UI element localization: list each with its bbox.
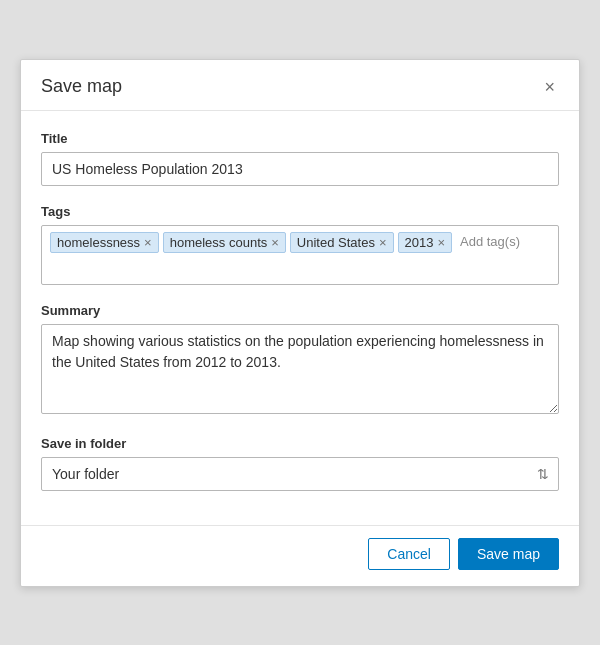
- dialog-body: Title Tags homelessness × homeless count…: [21, 111, 579, 525]
- tag-text: 2013: [405, 235, 434, 250]
- tag-remove-homeless-counts[interactable]: ×: [271, 236, 279, 249]
- dialog-backdrop: Save map × Title Tags homelessness × h: [0, 0, 600, 645]
- dialog-header: Save map ×: [21, 60, 579, 111]
- tag-text: homeless counts: [170, 235, 268, 250]
- summary-label: Summary: [41, 303, 559, 318]
- save-map-dialog: Save map × Title Tags homelessness × h: [20, 59, 580, 587]
- title-label: Title: [41, 131, 559, 146]
- add-tag-placeholder: Add tag(s): [456, 232, 524, 251]
- tag-text: homelessness: [57, 235, 140, 250]
- tag-homelessness: homelessness ×: [50, 232, 159, 253]
- tags-container[interactable]: homelessness × homeless counts × United …: [41, 225, 559, 285]
- tags-label: Tags: [41, 204, 559, 219]
- tag-2013: 2013 ×: [398, 232, 453, 253]
- tag-remove-united-states[interactable]: ×: [379, 236, 387, 249]
- title-field-group: Title: [41, 131, 559, 186]
- close-button[interactable]: ×: [540, 76, 559, 98]
- tag-remove-2013[interactable]: ×: [437, 236, 445, 249]
- folder-label: Save in folder: [41, 436, 559, 451]
- tag-text: United States: [297, 235, 375, 250]
- folder-field-group: Save in folder Your folder ⇅: [41, 436, 559, 491]
- tag-united-states: United States ×: [290, 232, 394, 253]
- title-input[interactable]: [41, 152, 559, 186]
- dialog-title: Save map: [41, 76, 122, 97]
- save-map-button[interactable]: Save map: [458, 538, 559, 570]
- cancel-button[interactable]: Cancel: [368, 538, 450, 570]
- folder-select-wrapper: Your folder ⇅: [41, 457, 559, 491]
- tag-remove-homelessness[interactable]: ×: [144, 236, 152, 249]
- tag-homeless-counts: homeless counts ×: [163, 232, 286, 253]
- summary-field-group: Summary Map showing various statistics o…: [41, 303, 559, 418]
- summary-input[interactable]: Map showing various statistics on the po…: [41, 324, 559, 414]
- tags-field-group: Tags homelessness × homeless counts × Un…: [41, 204, 559, 285]
- folder-select[interactable]: Your folder: [41, 457, 559, 491]
- dialog-footer: Cancel Save map: [21, 525, 579, 586]
